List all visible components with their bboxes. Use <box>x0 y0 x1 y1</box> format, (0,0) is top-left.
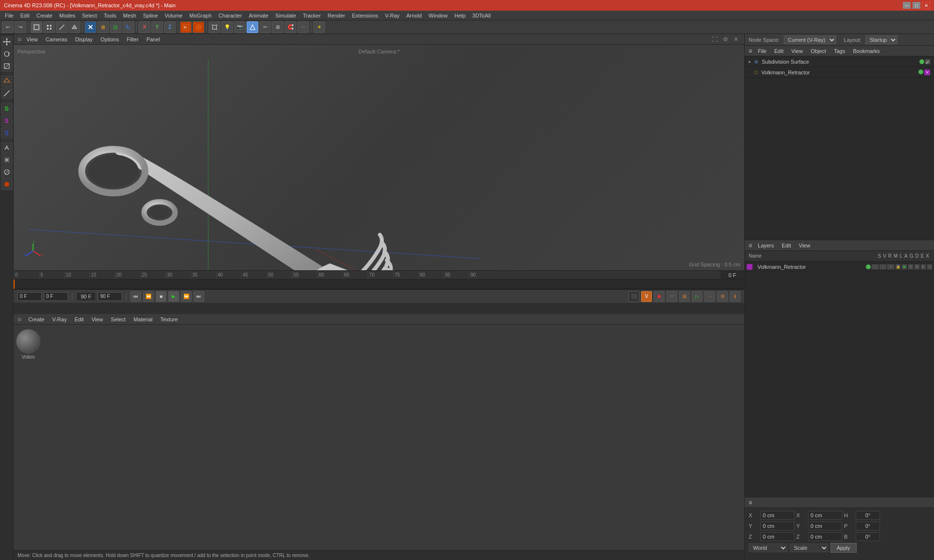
viewport-close-button[interactable]: ✕ <box>732 35 740 44</box>
x-axis-button[interactable]: X <box>139 21 150 33</box>
info-button[interactable]: ℹ <box>730 291 740 302</box>
grid-snap-button[interactable]: ⊞ <box>272 21 284 33</box>
menu-spline[interactable]: Spline <box>140 12 161 19</box>
sidebar-brush-button[interactable] <box>1 142 13 154</box>
move-tool-button[interactable]: ⊕ <box>97 21 109 33</box>
sidebar-grid-button[interactable] <box>1 154 13 166</box>
viewport-menu-options[interactable]: Options <box>98 35 122 43</box>
layer-deform-btn[interactable]: D <box>915 264 919 269</box>
scale-select[interactable]: Scale <box>790 543 828 552</box>
attr-y-pos[interactable] <box>760 522 794 530</box>
world-select[interactable]: World <box>749 543 788 552</box>
select-tool-button[interactable]: ✕ <box>85 21 96 33</box>
viewport-menu-display[interactable]: Display <box>72 35 95 43</box>
menu-simulate[interactable]: Simulate <box>272 12 299 19</box>
edge-mode-button[interactable] <box>56 21 68 33</box>
render-button[interactable] <box>193 21 204 33</box>
node-space-select[interactable]: Current (V-Ray) <box>784 35 836 44</box>
apply-button[interactable]: Apply <box>830 543 857 553</box>
sidebar-rotate-button[interactable] <box>1 48 13 60</box>
layer-gen-btn[interactable]: G <box>908 264 913 269</box>
menu-volume[interactable]: Volume <box>162 12 186 19</box>
bottom-menu-select[interactable]: Select <box>108 315 129 323</box>
bottom-menu-toggle[interactable]: ≡ <box>18 315 21 323</box>
menu-tracker[interactable]: Tracker <box>300 12 324 19</box>
y-axis-button[interactable]: Y <box>151 21 163 33</box>
menu-extensions[interactable]: Extensions <box>349 12 381 19</box>
bottom-menu-material[interactable]: Material <box>130 315 155 323</box>
current-frame-input[interactable] <box>44 292 68 301</box>
bottom-menu-texture[interactable]: Texture <box>158 315 181 323</box>
minimize-button[interactable]: ─ <box>903 2 911 9</box>
layer-render-btn[interactable]: □ <box>880 264 886 269</box>
viewport-render-button[interactable]: ⚙ <box>721 35 730 44</box>
attr-x-pos[interactable] <box>760 511 794 520</box>
layers-menu-view[interactable]: View <box>797 242 812 249</box>
menu-character[interactable]: Character <box>216 12 245 19</box>
step-back-button[interactable]: ⏪ <box>143 291 154 302</box>
snap-button[interactable]: 🧲 <box>285 21 296 33</box>
light-bulb-button[interactable]: ☀ <box>313 21 325 33</box>
om-menu-bookmarks[interactable]: Bookmarks <box>851 47 881 55</box>
more-tools-button[interactable]: ⋯ <box>297 21 309 33</box>
sidebar-scale-button[interactable] <box>1 60 13 72</box>
viewport-menu-view[interactable]: View <box>23 35 41 43</box>
end-frame-input[interactable] <box>98 292 122 301</box>
timeline-track[interactable] <box>14 280 744 289</box>
viewport-menu-toggle[interactable]: ≡ <box>18 35 21 43</box>
camera-tool-button[interactable]: 📷 <box>234 21 246 33</box>
layer-anim-btn[interactable]: ▶ <box>902 264 907 269</box>
cube-tool-button[interactable] <box>209 21 220 33</box>
settings-button[interactable]: ⚙ <box>717 291 728 302</box>
menu-edit[interactable]: Edit <box>18 12 33 19</box>
timeline-ruler[interactable]: 0 5 10 15 20 25 30 35 40 45 50 55 60 65 … <box>14 271 744 280</box>
menu-window[interactable]: Window <box>426 12 450 19</box>
menu-file[interactable]: File <box>2 12 17 19</box>
layers-menu-layers[interactable]: Layers <box>756 242 776 249</box>
timeline-playhead[interactable] <box>14 280 15 289</box>
preview-button[interactable]: ▷ <box>692 291 702 302</box>
sidebar-edge-button[interactable] <box>1 88 13 99</box>
layers-menu-edit[interactable]: Edit <box>780 242 793 249</box>
play-forward-button[interactable]: ▶ <box>168 291 179 302</box>
sidebar-s3-button[interactable]: S <box>1 127 13 139</box>
bottom-menu-create[interactable]: Create <box>25 315 47 323</box>
bottom-menu-view[interactable]: View <box>89 315 106 323</box>
menu-vray[interactable]: V-Ray <box>382 12 402 19</box>
om-row-subdivision[interactable]: ▸ ⊞ Subdivision Surface ✓ <box>745 56 934 67</box>
knife-tool-button[interactable]: ✂ <box>259 21 271 33</box>
attr-h-val[interactable] <box>856 511 880 520</box>
sidebar-move-button[interactable] <box>1 36 13 48</box>
om-menu-tags[interactable]: Tags <box>832 47 847 55</box>
viewport[interactable]: Perspective Default Camera:* Grid Spacin… <box>14 45 744 270</box>
attr-x-rot[interactable] <box>808 511 842 520</box>
menu-help[interactable]: Help <box>451 12 468 19</box>
goto-end-button[interactable]: ⏭ <box>194 291 204 302</box>
bottom-menu-edit[interactable]: Edit <box>72 315 87 323</box>
attr-z-pos[interactable] <box>760 532 794 541</box>
attr-y-rot[interactable] <box>808 522 842 530</box>
sidebar-color-button[interactable] <box>1 178 13 190</box>
more-render-button[interactable]: ⋯ <box>704 291 715 302</box>
menu-tools[interactable]: Tools <box>101 12 119 19</box>
layers-menu-toggle[interactable]: ≡ <box>749 242 752 249</box>
sidebar-s2-button[interactable]: S <box>1 115 13 126</box>
menu-render[interactable]: Render <box>324 12 348 19</box>
viewport-menu-panel[interactable]: Panel <box>144 35 163 43</box>
om-menu-object[interactable]: Object <box>808 47 828 55</box>
close-button[interactable]: ✕ <box>922 2 930 9</box>
menu-mesh[interactable]: Mesh <box>120 12 139 19</box>
viewport-menu-filter[interactable]: Filter <box>124 35 141 43</box>
bottom-menu-vray[interactable]: V-Ray <box>49 315 70 323</box>
rotate-tool-button[interactable]: ↻ <box>123 21 134 33</box>
om-row-retractor[interactable]: ⬡ Volkmann_Retractor V <box>745 67 934 78</box>
om-menu-toggle[interactable]: ≡ <box>749 48 752 54</box>
menu-arnold[interactable]: Arnold <box>403 12 425 19</box>
viewport-menu-cameras[interactable]: Cameras <box>43 35 71 43</box>
layer-vis-btn[interactable]: □ <box>872 264 879 269</box>
record-button[interactable]: ⏺ <box>654 291 665 302</box>
scale-tool-button[interactable]: ⊞ <box>110 21 122 33</box>
attr-z-rot[interactable] <box>808 532 842 541</box>
motion-path-button[interactable]: 〰 <box>666 291 677 302</box>
attr-menu-toggle[interactable]: ≡ <box>749 499 752 506</box>
